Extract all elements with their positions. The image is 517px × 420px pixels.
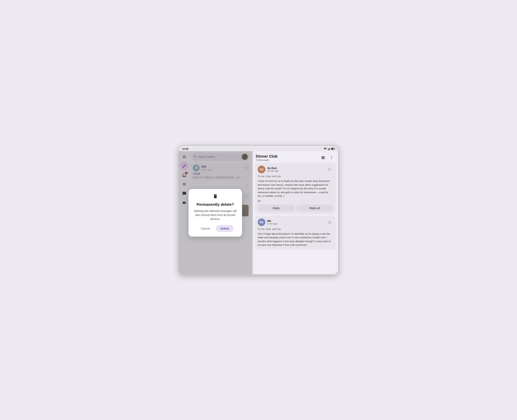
left-panel: 4 (179, 151, 252, 274)
msg-time-1: 20 min ago (267, 170, 324, 172)
svg-point-21 (331, 156, 332, 157)
message-header-1: SD So Duri 20 min ago (258, 166, 333, 173)
status-icons (324, 148, 335, 150)
thread-header-actions (320, 154, 335, 161)
main-area: 4 (179, 151, 338, 274)
svg-point-23 (331, 158, 332, 159)
star-button-msg1[interactable] (326, 166, 333, 173)
star-button-msg2[interactable] (326, 219, 333, 226)
battery-icon (331, 148, 335, 150)
trash-icon (193, 194, 237, 200)
msg-sender-1: So Duri (267, 167, 324, 170)
right-panel: Dinner Club 3 Messages (253, 151, 338, 274)
archive-icon (321, 156, 325, 159)
msg-to-2: To me, Ziad, and Lily (258, 228, 333, 231)
delete-dialog: Permanently delete? Deleting the selecte… (189, 189, 242, 237)
svg-point-0 (325, 150, 326, 150)
modal-delete-button[interactable]: Delete (216, 225, 234, 232)
more-button[interactable] (328, 154, 335, 161)
status-bar: 12:00 (179, 146, 338, 151)
star-icon-msg1 (328, 168, 332, 171)
thread-count: 3 Messages (256, 158, 277, 161)
modal-title: Permanently delete? (193, 202, 237, 207)
thread-header: Dinner Club 3 Messages (253, 151, 338, 163)
svg-rect-6 (332, 148, 333, 150)
message-card-2: Me Me 4 min ago To me, Ziad, a (255, 216, 336, 250)
more-icon (330, 156, 333, 159)
msg-sign-1: So (258, 200, 333, 202)
msg-meta-2: Me 4 min ago (267, 219, 324, 225)
thread-title-group: Dinner Club 3 Messages (256, 154, 277, 161)
star-icon-msg2 (328, 220, 332, 224)
messages-area: SD So Duri 20 min ago To me, Z (253, 163, 338, 274)
status-time: 12:00 (182, 147, 188, 150)
msg-body-2: Yes! I forgot about that place! I'm defi… (258, 232, 333, 247)
msg-avatar-1: SD (258, 166, 265, 173)
reply-button[interactable]: Reply (258, 205, 295, 211)
device-frame: 12:00 (178, 145, 339, 275)
msg-body-1: I think it's time for us to finally try … (258, 179, 333, 198)
device-inner: 12:00 (179, 146, 338, 274)
message-header-2: Me Me 4 min ago (258, 218, 333, 226)
wifi-icon (324, 148, 327, 150)
reply-all-button[interactable]: Reply all (296, 205, 333, 211)
svg-marker-24 (328, 168, 331, 171)
msg-to-1: To me, Ziad, and Lily (258, 175, 333, 178)
modal-body: Deleting the selected messages will also… (193, 209, 237, 221)
archive-button[interactable] (320, 154, 326, 161)
msg-avatar-2: Me (258, 218, 265, 226)
svg-rect-4 (330, 148, 330, 150)
message-card-1: SD So Duri 20 min ago To me, Z (255, 163, 336, 214)
svg-rect-7 (335, 148, 335, 149)
signal-icon (328, 148, 330, 150)
svg-marker-25 (328, 220, 331, 224)
svg-rect-1 (328, 149, 328, 150)
msg-sender-2: Me (267, 219, 324, 222)
thread-title: Dinner Club (256, 154, 277, 158)
svg-rect-3 (329, 148, 330, 150)
msg-meta-1: So Duri 20 min ago (267, 167, 324, 172)
svg-rect-2 (328, 149, 329, 150)
modal-overlay: Permanently delete? Deleting the selecte… (179, 151, 252, 274)
svg-point-22 (331, 157, 332, 158)
reply-actions: Reply Reply all (258, 205, 333, 211)
msg-time-2: 4 min ago (267, 222, 324, 225)
modal-cancel-button[interactable]: Cancel (197, 225, 214, 232)
modal-actions: Cancel Delete (193, 225, 237, 232)
